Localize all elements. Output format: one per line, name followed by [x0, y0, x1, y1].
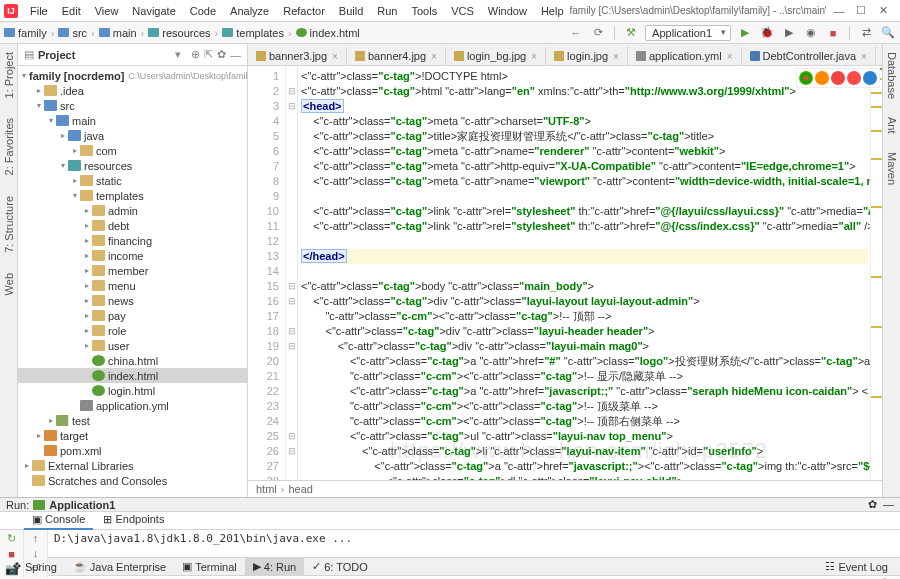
tree-row[interactable]: pom.xml [18, 443, 247, 458]
sync-icon[interactable]: ⟳ [590, 25, 606, 41]
back-icon[interactable]: ← [568, 25, 584, 41]
menu-navigate[interactable]: Navigate [126, 3, 181, 19]
close-tab-icon[interactable]: × [861, 51, 867, 62]
toolwindow-web[interactable]: Web [3, 273, 15, 295]
run-tab-endpoints[interactable]: ⊞ Endpoints [95, 511, 172, 530]
close-tab-icon[interactable]: × [332, 51, 338, 62]
tree-row[interactable]: ▸news [18, 293, 247, 308]
bottom-tab[interactable]: ▶4: Run [245, 558, 304, 575]
crumb-item[interactable]: src [58, 27, 87, 39]
run-gear-icon[interactable]: ✿ [868, 498, 877, 511]
menu-edit[interactable]: Edit [56, 3, 87, 19]
tree-arrow-icon[interactable]: ▸ [82, 296, 92, 305]
tree-row[interactable]: ▾src [18, 98, 247, 113]
tree-arrow-icon[interactable]: ▸ [58, 131, 68, 140]
hide-icon[interactable]: — [230, 49, 241, 61]
tree-arrow-icon[interactable]: ▸ [34, 431, 44, 440]
toolwindow-ant[interactable]: Ant [886, 117, 898, 134]
tree-row[interactable]: application.yml [18, 398, 247, 413]
bottom-tab[interactable]: ☕Java Enterprise [65, 558, 174, 575]
collapse-icon[interactable]: ⇱ [204, 48, 213, 61]
run-tab-console[interactable]: ▣ Console [24, 511, 93, 530]
tree-row[interactable]: ▸financing [18, 233, 247, 248]
tree-arrow-icon[interactable]: ▸ [82, 266, 92, 275]
tree-arrow-icon[interactable]: ▸ [22, 461, 32, 470]
event-log-button[interactable]: ☷ Event Log [817, 558, 896, 575]
minimize-icon[interactable]: — [832, 4, 846, 18]
tree-row[interactable]: ▸menu [18, 278, 247, 293]
search-icon[interactable]: 🔍 [880, 25, 896, 41]
menu-code[interactable]: Code [184, 3, 222, 19]
toolwindow-2-favorites[interactable]: 2: Favorites [3, 118, 15, 175]
tree-row[interactable]: login.html [18, 383, 247, 398]
menu-analyze[interactable]: Analyze [224, 3, 275, 19]
bc-item[interactable]: html [256, 483, 277, 495]
tree-row[interactable]: ▸role [18, 323, 247, 338]
bc-item[interactable]: head [288, 483, 312, 495]
tree-toggle-icon[interactable]: ▤ [24, 48, 34, 61]
tree-arrow-icon[interactable]: ▸ [46, 416, 56, 425]
project-tree[interactable]: ▾family [nocrdemo]C:\Users\admin\Desktop… [18, 66, 247, 497]
run-icon[interactable]: ▶ [737, 25, 753, 41]
dropdown-icon[interactable]: ▾ [175, 48, 181, 61]
menu-help[interactable]: Help [535, 3, 570, 19]
toolwindow-maven[interactable]: Maven [886, 152, 898, 185]
tree-arrow-icon[interactable]: ▸ [82, 206, 92, 215]
tree-arrow-icon[interactable]: ▾ [34, 101, 44, 110]
tree-row[interactable]: ▾templates [18, 188, 247, 203]
crumb-item[interactable]: templates [222, 27, 284, 39]
vcs-icon[interactable]: ⇄ [858, 25, 874, 41]
menu-vcs[interactable]: VCS [445, 3, 480, 19]
bottom-tab[interactable]: ❖Spring [4, 558, 65, 575]
debug-icon[interactable]: 🐞 [759, 25, 775, 41]
tree-arrow-icon[interactable]: ▾ [22, 71, 26, 80]
tree-arrow-icon[interactable]: ▸ [82, 326, 92, 335]
menu-build[interactable]: Build [333, 3, 369, 19]
menu-run[interactable]: Run [371, 3, 403, 19]
tree-row[interactable]: ▸income [18, 248, 247, 263]
structure-breadcrumb[interactable]: html › head [248, 480, 882, 497]
tree-arrow-icon[interactable]: ▸ [82, 221, 92, 230]
tree-arrow-icon[interactable]: ▸ [70, 176, 80, 185]
close-icon[interactable]: ✕ [876, 4, 890, 18]
bottom-tab[interactable]: ✓6: TODO [304, 558, 376, 575]
edge-icon[interactable] [863, 71, 877, 85]
tree-arrow-icon[interactable]: ▸ [82, 236, 92, 245]
crumb-item[interactable]: main [99, 27, 137, 39]
crumb-item[interactable]: index.html [296, 27, 360, 39]
tree-arrow-icon[interactable]: ▸ [82, 341, 92, 350]
tree-row[interactable]: ▸target [18, 428, 247, 443]
tree-row[interactable]: ▸com [18, 143, 247, 158]
code-editor[interactable]: <"c-attr">class="c-tag">!DOCTYPE html><"… [298, 66, 870, 480]
coverage-icon[interactable]: ▶ [781, 25, 797, 41]
tree-row[interactable]: ▸java [18, 128, 247, 143]
toolwindow-7-structure[interactable]: 7: Structure [3, 196, 15, 253]
gear-icon[interactable]: ✿ [217, 48, 226, 61]
maximize-icon[interactable]: ☐ [854, 4, 868, 18]
tree-row[interactable]: ▾resources [18, 158, 247, 173]
tree-row[interactable]: ▸pay [18, 308, 247, 323]
tree-row[interactable]: ▾family [nocrdemo]C:\Users\admin\Desktop… [18, 68, 247, 83]
run-hide-icon[interactable]: — [883, 498, 894, 511]
rerun-icon[interactable]: ↻ [7, 532, 16, 545]
tree-row[interactable]: ▸admin [18, 203, 247, 218]
menu-refactor[interactable]: Refactor [277, 3, 331, 19]
fold-gutter[interactable]: ⊟⊟⊟⊟⊟⊟⊟⊟ [286, 66, 298, 480]
menu-file[interactable]: File [24, 3, 54, 19]
crumb-item[interactable]: family [4, 27, 47, 39]
run-config-dropdown[interactable]: Application1 [645, 25, 731, 41]
tree-arrow-icon[interactable]: ▸ [34, 86, 44, 95]
tree-arrow-icon[interactable]: ▸ [82, 251, 92, 260]
tree-row[interactable]: ▸.idea [18, 83, 247, 98]
locate-icon[interactable]: ⊕ [191, 48, 200, 61]
tree-row[interactable]: Scratches and Consoles [18, 473, 247, 488]
tree-row[interactable]: ▸External Libraries [18, 458, 247, 473]
bottom-tab[interactable]: ▣Terminal [174, 558, 245, 575]
editor-tab[interactable]: login_bg.jpg× [446, 47, 546, 65]
close-tab-icon[interactable]: × [727, 51, 733, 62]
tree-row[interactable]: ▸user [18, 338, 247, 353]
up-icon[interactable]: ↑ [33, 532, 39, 544]
tree-row[interactable]: ▸debt [18, 218, 247, 233]
tree-row[interactable]: china.html [18, 353, 247, 368]
menu-view[interactable]: View [89, 3, 125, 19]
